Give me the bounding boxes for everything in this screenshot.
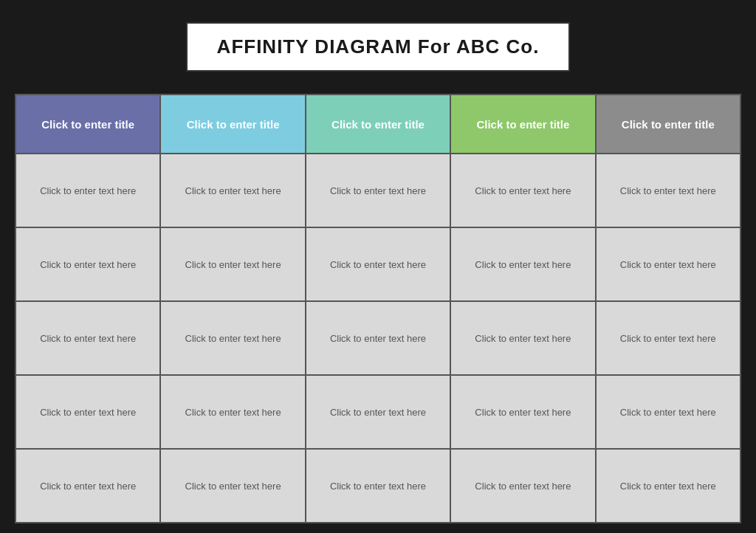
cell-1-5[interactable]: Click to enter text here (16, 450, 159, 523)
cell-4-2[interactable]: Click to enter text here (451, 228, 594, 302)
cell-2-3[interactable]: Click to enter text here (161, 302, 304, 376)
column-3: Click to enter titleClick to enter text … (306, 95, 451, 523)
column-header-text-4: Click to enter title (476, 118, 569, 131)
column-header-text-2: Click to enter title (187, 118, 280, 131)
cell-text-4-3: Click to enter text here (475, 333, 571, 344)
cell-text-5-1: Click to enter text here (620, 185, 716, 196)
cell-4-3[interactable]: Click to enter text here (451, 302, 594, 376)
cell-1-3[interactable]: Click to enter text here (16, 302, 159, 376)
cell-2-2[interactable]: Click to enter text here (161, 228, 304, 302)
cell-4-1[interactable]: Click to enter text here (451, 154, 594, 228)
cell-text-1-5: Click to enter text here (40, 481, 136, 492)
cell-1-2[interactable]: Click to enter text here (16, 228, 159, 302)
diagram-title: AFFINITY DIAGRAM For ABC Co. (217, 35, 540, 58)
cell-4-5[interactable]: Click to enter text here (451, 450, 594, 523)
column-header-2[interactable]: Click to enter title (161, 95, 304, 154)
cell-2-5[interactable]: Click to enter text here (161, 450, 304, 523)
cell-text-3-2: Click to enter text here (330, 259, 426, 270)
column-header-5[interactable]: Click to enter title (597, 95, 740, 154)
cell-text-1-2: Click to enter text here (40, 259, 136, 270)
cell-5-5[interactable]: Click to enter text here (597, 450, 740, 523)
cell-text-3-4: Click to enter text here (330, 407, 426, 418)
cell-text-1-3: Click to enter text here (40, 333, 136, 344)
cell-text-2-1: Click to enter text here (185, 185, 281, 196)
column-header-text-3: Click to enter title (331, 118, 425, 131)
cell-text-4-2: Click to enter text here (475, 259, 571, 270)
cell-text-5-4: Click to enter text here (620, 407, 716, 418)
diagram-grid: Click to enter titleClick to enter text … (15, 94, 741, 523)
column-header-text-1: Click to enter title (41, 118, 134, 131)
cell-5-4[interactable]: Click to enter text here (597, 376, 740, 450)
cell-3-2[interactable]: Click to enter text here (306, 228, 450, 302)
cell-text-5-3: Click to enter text here (620, 333, 716, 344)
column-5: Click to enter titleClick to enter text … (597, 95, 741, 523)
cell-5-3[interactable]: Click to enter text here (597, 302, 740, 376)
column-1: Click to enter titleClick to enter text … (16, 95, 161, 523)
cell-3-3[interactable]: Click to enter text here (306, 302, 450, 376)
cell-text-1-4: Click to enter text here (40, 407, 136, 418)
column-2: Click to enter titleClick to enter text … (161, 95, 306, 523)
cell-text-2-5: Click to enter text here (185, 481, 281, 492)
cell-text-5-2: Click to enter text here (620, 259, 716, 270)
cell-text-3-1: Click to enter text here (330, 185, 426, 196)
cell-text-2-4: Click to enter text here (185, 407, 281, 418)
cell-2-4[interactable]: Click to enter text here (161, 376, 304, 450)
cell-5-1[interactable]: Click to enter text here (597, 154, 740, 228)
cell-4-4[interactable]: Click to enter text here (451, 376, 594, 450)
column-header-text-5: Click to enter title (622, 118, 715, 131)
cell-text-3-3: Click to enter text here (330, 333, 426, 344)
title-box: AFFINITY DIAGRAM For ABC Co. (186, 22, 571, 72)
cell-text-4-4: Click to enter text here (475, 407, 571, 418)
cell-text-3-5: Click to enter text here (330, 481, 426, 492)
cell-1-4[interactable]: Click to enter text here (16, 376, 159, 450)
cell-text-4-5: Click to enter text here (475, 481, 571, 492)
cell-3-5[interactable]: Click to enter text here (306, 450, 450, 523)
column-header-1[interactable]: Click to enter title (16, 95, 159, 154)
cell-text-2-3: Click to enter text here (185, 333, 281, 344)
cell-5-2[interactable]: Click to enter text here (597, 228, 740, 302)
column-header-4[interactable]: Click to enter title (451, 95, 594, 154)
column-4: Click to enter titleClick to enter text … (451, 95, 596, 523)
column-header-3[interactable]: Click to enter title (306, 95, 450, 154)
cell-text-1-1: Click to enter text here (40, 185, 136, 196)
cell-text-2-2: Click to enter text here (185, 259, 281, 270)
cell-3-1[interactable]: Click to enter text here (306, 154, 450, 228)
cell-3-4[interactable]: Click to enter text here (306, 376, 450, 450)
cell-2-1[interactable]: Click to enter text here (161, 154, 304, 228)
cell-1-1[interactable]: Click to enter text here (16, 154, 159, 228)
cell-text-4-1: Click to enter text here (475, 185, 571, 196)
cell-text-5-5: Click to enter text here (620, 481, 716, 492)
